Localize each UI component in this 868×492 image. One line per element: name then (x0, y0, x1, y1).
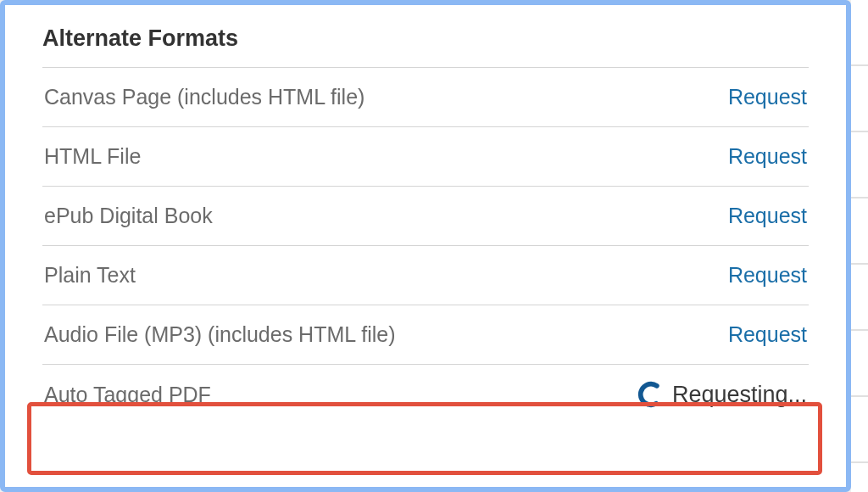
request-button[interactable]: Request (728, 322, 807, 347)
format-label: Auto Tagged PDF (44, 383, 211, 407)
request-button[interactable]: Request (728, 263, 807, 288)
format-row-audio-file: Audio File (MP3) (includes HTML file) Re… (42, 305, 809, 365)
format-row-auto-tagged-pdf: Auto Tagged PDF Requesting... (42, 365, 809, 424)
request-button[interactable]: Request (728, 204, 807, 228)
formats-list: Canvas Page (includes HTML file) Request… (42, 67, 809, 424)
format-row-html-file: HTML File Request (42, 127, 809, 187)
format-label: HTML File (44, 144, 141, 169)
format-label: Canvas Page (includes HTML file) (44, 85, 364, 109)
panel-title: Alternate Formats (5, 25, 846, 67)
svg-point-0 (637, 380, 665, 409)
format-row-epub: ePub Digital Book Request (42, 187, 809, 246)
requesting-status: Requesting... (637, 380, 807, 409)
alternate-formats-panel: Alternate Formats Canvas Page (includes … (0, 0, 851, 492)
request-button[interactable]: Request (728, 144, 807, 169)
loading-spinner-icon (637, 380, 665, 409)
background-stripes (851, 0, 868, 492)
format-row-plain-text: Plain Text Request (42, 246, 809, 305)
format-label: Audio File (MP3) (includes HTML file) (44, 322, 395, 347)
request-button[interactable]: Request (728, 85, 807, 109)
format-label: Plain Text (44, 263, 136, 288)
requesting-text: Requesting... (672, 382, 807, 408)
format-label: ePub Digital Book (44, 204, 213, 228)
format-row-canvas-page: Canvas Page (includes HTML file) Request (42, 68, 809, 127)
